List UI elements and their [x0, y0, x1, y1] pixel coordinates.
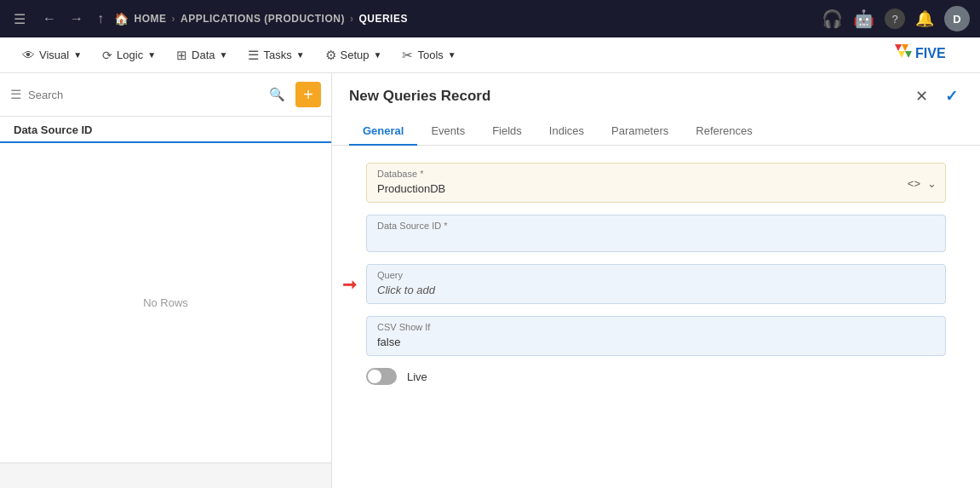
- menu-setup[interactable]: ⚙ Setup ▼: [317, 43, 391, 68]
- datasource-field[interactable]: Data Source ID *: [366, 215, 946, 252]
- query-label: Query: [367, 265, 945, 282]
- tools-chevron: ▼: [448, 50, 456, 60]
- menu-tools[interactable]: ✂ Tools ▼: [393, 43, 464, 68]
- add-button[interactable]: +: [295, 82, 321, 107]
- database-code-btn[interactable]: <>: [906, 175, 922, 191]
- live-label: Live: [407, 370, 427, 383]
- query-field[interactable]: Query Click to add: [366, 264, 946, 304]
- svg-text:FIVE: FIVE: [915, 46, 946, 60]
- search-icon: 🔍: [269, 87, 285, 102]
- database-label: Database *: [367, 164, 894, 181]
- menu-tools-label: Tools: [417, 49, 443, 61]
- tab-general[interactable]: General: [349, 118, 417, 146]
- filter-icon: ☰: [10, 87, 21, 102]
- header-actions: ✕ ✓: [910, 85, 963, 107]
- bell-icon[interactable]: 🔔: [915, 9, 934, 28]
- sidebar-column-header: Data Source ID: [0, 117, 331, 143]
- setup-chevron: ▼: [374, 50, 382, 60]
- setup-icon: ⚙: [325, 48, 336, 63]
- csv-showif-field-row: CSV Show If false: [366, 316, 946, 356]
- tab-references[interactable]: References: [682, 118, 765, 146]
- red-arrow-icon: ➞: [342, 274, 357, 295]
- menu-logic[interactable]: ⟳ Logic ▼: [94, 43, 164, 67]
- tools-icon: ✂: [402, 48, 413, 63]
- page-title: New Queries Record: [349, 88, 490, 105]
- headset-icon[interactable]: 🎧: [822, 9, 843, 29]
- home-label[interactable]: HOME: [135, 13, 167, 25]
- sidebar-bottom: [0, 462, 331, 488]
- content-header: New Queries Record ✕ ✓ General Events Fi…: [332, 73, 980, 146]
- live-toggle[interactable]: [366, 368, 397, 385]
- app-label[interactable]: APPLICATIONS (PRODUCTION): [181, 13, 345, 25]
- tab-fields[interactable]: Fields: [479, 118, 536, 146]
- csv-showif-field[interactable]: CSV Show If false: [366, 316, 946, 356]
- top-nav: ☰ ← → ↑ 🏠 HOME › APPLICATIONS (PRODUCTIO…: [0, 0, 980, 37]
- database-field[interactable]: Database * ProductionDB <> ⌄: [366, 163, 946, 203]
- live-toggle-row: Live: [366, 368, 946, 385]
- breadcrumb-sep-2: ›: [350, 13, 354, 25]
- tab-parameters[interactable]: Parameters: [598, 118, 682, 146]
- query-field-row: ➞ Query Click to add: [366, 264, 946, 304]
- menu-visual-label: Visual: [39, 49, 69, 61]
- data-icon: ⊞: [176, 48, 187, 63]
- data-chevron: ▼: [220, 50, 228, 60]
- up-icon[interactable]: ↑: [94, 8, 107, 30]
- sidebar-search: ☰ 🔍 +: [0, 73, 331, 117]
- tab-indices[interactable]: Indices: [536, 118, 598, 146]
- visual-chevron: ▼: [73, 50, 82, 60]
- menu-tasks[interactable]: ☰ Tasks ▼: [239, 43, 312, 68]
- close-button[interactable]: ✕: [910, 85, 933, 107]
- hamburger-icon[interactable]: ☰: [10, 8, 29, 31]
- sidebar-content: No Rows: [0, 143, 331, 462]
- svg-marker-1: [902, 44, 908, 51]
- toggle-knob: [368, 370, 381, 383]
- query-placeholder[interactable]: Click to add: [367, 282, 945, 303]
- datasource-value: [367, 233, 945, 241]
- csv-showif-value: false: [367, 334, 945, 355]
- home-icon: 🏠: [114, 12, 129, 26]
- confirm-button[interactable]: ✓: [940, 85, 963, 107]
- no-rows-text: No Rows: [143, 296, 188, 309]
- menu-logic-label: Logic: [117, 49, 143, 61]
- tasks-icon: ☰: [248, 48, 259, 63]
- top-nav-right: 🎧 🤖 ? 🔔 D: [822, 6, 970, 32]
- menu-data-label: Data: [192, 49, 215, 61]
- help-icon[interactable]: ?: [885, 9, 905, 29]
- menu-setup-label: Setup: [341, 49, 370, 61]
- tasks-chevron: ▼: [296, 50, 305, 60]
- main-layout: ☰ 🔍 + Data Source ID No Rows New Queries…: [0, 73, 980, 488]
- avatar[interactable]: D: [944, 6, 970, 32]
- menu-visual[interactable]: 👁 Visual ▼: [14, 43, 90, 67]
- database-dropdown-btn[interactable]: ⌄: [926, 175, 938, 191]
- svg-marker-3: [905, 51, 912, 58]
- visual-icon: 👁: [22, 48, 35, 62]
- tab-events[interactable]: Events: [417, 118, 479, 146]
- menu-data[interactable]: ⊞ Data ▼: [168, 43, 236, 68]
- datasource-label: Data Source ID *: [367, 215, 945, 233]
- robot-icon[interactable]: 🤖: [853, 9, 874, 29]
- content-title-row: New Queries Record ✕ ✓: [349, 85, 963, 107]
- queries-label[interactable]: QUERIES: [358, 13, 408, 25]
- form-area: Database * ProductionDB <> ⌄ Data Source…: [332, 146, 980, 488]
- five-logo: FIVE: [890, 41, 966, 69]
- breadcrumb-sep-1: ›: [172, 13, 176, 25]
- breadcrumb: 🏠 HOME › APPLICATIONS (PRODUCTION) › QUE…: [114, 12, 408, 26]
- menu-bar: 👁 Visual ▼ ⟳ Logic ▼ ⊞ Data ▼ ☰ Tasks ▼ …: [0, 37, 980, 73]
- svg-marker-2: [898, 51, 905, 58]
- menu-tasks-label: Tasks: [263, 49, 291, 61]
- logic-icon: ⟳: [102, 49, 112, 62]
- datasource-field-row: Data Source ID *: [366, 215, 946, 252]
- back-icon[interactable]: ←: [39, 8, 60, 30]
- forward-icon[interactable]: →: [66, 8, 87, 30]
- database-field-row: Database * ProductionDB <> ⌄: [366, 163, 946, 203]
- logic-chevron: ▼: [147, 50, 156, 60]
- csv-showif-label: CSV Show If: [367, 317, 945, 334]
- search-input[interactable]: [28, 89, 262, 101]
- database-value: ProductionDB: [367, 181, 894, 202]
- database-actions: <> ⌄: [906, 175, 938, 191]
- sidebar-datasource-id-header: Data Source ID: [14, 123, 92, 136]
- tabs: General Events Fields Indices Parameters…: [349, 118, 963, 145]
- sidebar: ☰ 🔍 + Data Source ID No Rows: [0, 73, 332, 488]
- svg-marker-0: [895, 44, 902, 51]
- content-area: New Queries Record ✕ ✓ General Events Fi…: [332, 73, 980, 488]
